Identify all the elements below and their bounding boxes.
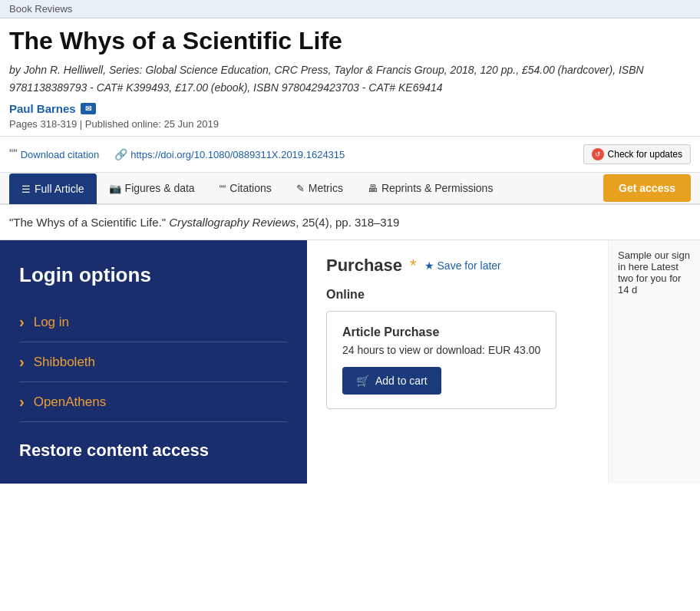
online-label: Online — [326, 288, 589, 302]
save-for-later-label: Save for later — [438, 259, 501, 272]
pages-info: Pages 318-319 | Published online: 25 Jun… — [9, 118, 691, 130]
tab-full-article[interactable]: ☰ Full Article — [9, 173, 97, 204]
check-updates-label: Check for updates — [608, 149, 682, 160]
article-subtitle: by John R. Helliwell, Series: Global Sci… — [9, 61, 691, 96]
tab-figures-data[interactable]: 📷 Figures & data — [97, 173, 207, 203]
update-icon: ↺ — [592, 148, 604, 160]
purchase-asterisk: * — [410, 256, 417, 276]
restore-title: Restore content access — [19, 441, 288, 461]
tab-citations[interactable]: ““ Citations — [207, 173, 284, 203]
tab-citations-label: Citations — [229, 182, 271, 194]
figures-icon: 📷 — [109, 183, 121, 194]
get-access-button[interactable]: Get access — [603, 174, 691, 202]
article-header: The Whys of a Scientific Life by John R.… — [0, 18, 700, 137]
login-option-login-label: Log in — [34, 315, 69, 330]
login-title: Login options — [19, 263, 288, 287]
full-article-icon: ☰ — [21, 183, 31, 195]
chevron-shibboleth-icon: › — [19, 353, 25, 371]
content-area: Login options › Log in › Shibboleth › Op… — [0, 240, 700, 484]
tab-reprints-label: Reprints & Permissions — [381, 182, 494, 194]
citation-details: , 25(4), pp. 318–319 — [296, 216, 399, 229]
add-to-cart-button[interactable]: 🛒 Add to cart — [342, 367, 441, 395]
top-bar: Book Reviews — [0, 0, 700, 18]
doi-bar: ““ Download citation 🔗 https://doi.org/1… — [0, 137, 700, 173]
check-updates-button[interactable]: ↺ Check for updates — [583, 144, 691, 164]
metrics-icon: ✎ — [296, 183, 305, 194]
tab-figures-label: Figures & data — [125, 182, 195, 194]
doi-icon: 🔗 — [114, 148, 127, 160]
login-panel: Login options › Log in › Shibboleth › Op… — [0, 240, 307, 484]
purchase-box: Article Purchase 24 hours to view or dow… — [326, 311, 556, 409]
article-title: The Whys of a Scientific Life — [9, 26, 691, 55]
login-option-shibboleth[interactable]: › Shibboleth — [19, 342, 288, 382]
login-option-openathens-label: OpenAthens — [34, 395, 107, 410]
tab-metrics[interactable]: ✎ Metrics — [284, 173, 355, 203]
get-access-label: Get access — [619, 182, 675, 194]
author-name[interactable]: Paul Barnes ✉ — [9, 102, 96, 115]
download-citation-link[interactable]: ““ Download citation — [9, 147, 99, 161]
article-purchase-title: Article Purchase — [342, 325, 540, 339]
email-icon: ✉ — [81, 103, 96, 114]
login-option-shibboleth-label: Shibboleth — [34, 355, 95, 370]
purchase-header: Purchase * ★ Save for later — [326, 256, 589, 276]
tabs-bar: ☰ Full Article 📷 Figures & data ““ Citat… — [0, 173, 700, 205]
save-for-later-link[interactable]: ★ Save for later — [424, 259, 501, 272]
purchase-title: Purchase — [326, 256, 402, 276]
promo-panel: Sample our sign in here Latest two for y… — [608, 240, 700, 484]
article-citation: "The Whys of a Scientific Life." Crystal… — [0, 205, 700, 240]
author-name-text: Paul Barnes — [9, 102, 76, 115]
citations-icon: ““ — [220, 183, 226, 194]
tab-reprints[interactable]: 🖶 Reprints & Permissions — [355, 173, 506, 203]
save-icon: ★ — [424, 259, 434, 272]
login-option-openathens[interactable]: › OpenAthens — [19, 382, 288, 422]
purchase-panel: Purchase * ★ Save for later Online Artic… — [307, 240, 608, 484]
doi-link[interactable]: 🔗 https://doi.org/10.1080/0889311X.2019.… — [114, 148, 345, 160]
reprints-icon: 🖶 — [368, 183, 378, 194]
quote-icon: ““ — [9, 147, 18, 161]
doi-url: https://doi.org/10.1080/0889311X.2019.16… — [130, 149, 345, 160]
chevron-login-icon: › — [19, 313, 25, 331]
tab-metrics-label: Metrics — [309, 182, 343, 194]
add-to-cart-label: Add to cart — [375, 375, 428, 387]
cart-icon: 🛒 — [356, 375, 369, 387]
citation-quote-open: "The Whys of a Scientific Life." — [9, 216, 169, 229]
download-citation-label: Download citation — [21, 149, 100, 160]
breadcrumb-label: Book Reviews — [9, 3, 72, 15]
login-option-login[interactable]: › Log in — [19, 302, 288, 342]
article-purchase-desc: 24 hours to view or download: EUR 43.00 — [342, 344, 540, 356]
chevron-openathens-icon: › — [19, 393, 25, 411]
tab-full-article-label: Full Article — [35, 183, 84, 195]
citation-journal: Crystallography Reviews — [169, 216, 296, 229]
promo-text: Sample our sign in here Latest two for y… — [618, 249, 691, 296]
